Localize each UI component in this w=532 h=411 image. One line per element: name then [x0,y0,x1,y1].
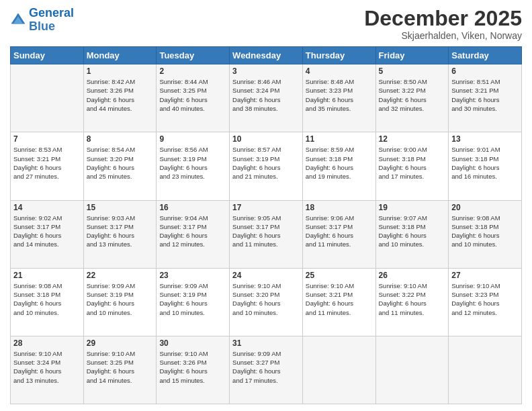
day-number: 1 [87,66,154,76]
day-info: Sunrise: 8:42 AM Sunset: 3:26 PM Dayligh… [87,77,154,113]
day-number: 7 [13,134,81,144]
day-info: Sunrise: 9:10 AM Sunset: 3:26 PM Dayligh… [159,349,226,385]
day-info: Sunrise: 9:04 AM Sunset: 3:17 PM Dayligh… [159,214,226,249]
day-cell: 31Sunrise: 9:09 AM Sunset: 3:27 PM Dayli… [230,336,303,404]
day-info: Sunrise: 8:54 AM Sunset: 3:20 PM Dayligh… [87,145,154,181]
day-info: Sunrise: 8:56 AM Sunset: 3:19 PM Dayligh… [159,145,226,181]
day-number: 22 [87,271,154,280]
day-cell: 29Sunrise: 9:10 AM Sunset: 3:25 PM Dayli… [83,336,157,404]
day-header-tuesday: Tuesday [157,47,230,64]
day-info: Sunrise: 9:01 AM Sunset: 3:18 PM Dayligh… [451,145,519,181]
day-header-friday: Friday [375,47,449,64]
day-cell: 26Sunrise: 9:10 AM Sunset: 3:22 PM Dayli… [375,268,449,336]
logo-icon [10,12,26,28]
day-info: Sunrise: 9:10 AM Sunset: 3:25 PM Dayligh… [87,349,154,385]
day-number: 29 [87,338,154,348]
day-info: Sunrise: 8:50 AM Sunset: 3:22 PM Dayligh… [379,77,446,113]
day-cell: 9Sunrise: 8:56 AM Sunset: 3:19 PM Daylig… [157,132,230,200]
day-info: Sunrise: 9:00 AM Sunset: 3:18 PM Dayligh… [379,145,446,181]
day-info: Sunrise: 9:06 AM Sunset: 3:17 PM Dayligh… [306,214,373,249]
day-number: 4 [306,66,373,76]
day-cell [11,64,84,132]
day-number: 24 [232,271,300,280]
day-header-sunday: Sunday [11,47,84,64]
day-number: 20 [451,203,519,212]
week-row-3: 14Sunrise: 9:02 AM Sunset: 3:17 PM Dayli… [11,200,522,268]
day-number: 10 [232,134,300,144]
calendar-body: 1Sunrise: 8:42 AM Sunset: 3:26 PM Daylig… [11,64,522,404]
day-number: 21 [13,271,81,280]
month-title: December 2025 [364,7,522,30]
day-cell: 27Sunrise: 9:10 AM Sunset: 3:23 PM Dayli… [449,268,522,336]
day-cell: 12Sunrise: 9:00 AM Sunset: 3:18 PM Dayli… [375,132,449,200]
day-cell: 6Sunrise: 8:51 AM Sunset: 3:21 PM Daylig… [449,64,522,132]
day-number: 30 [159,338,226,348]
day-info: Sunrise: 9:09 AM Sunset: 3:19 PM Dayligh… [87,281,154,317]
day-cell: 28Sunrise: 9:10 AM Sunset: 3:24 PM Dayli… [11,336,84,404]
location: Skjaerhalden, Viken, Norway [364,30,522,41]
day-cell: 22Sunrise: 9:09 AM Sunset: 3:19 PM Dayli… [83,268,157,336]
calendar: SundayMondayTuesdayWednesdayThursdayFrid… [10,46,522,404]
day-cell: 2Sunrise: 8:44 AM Sunset: 3:25 PM Daylig… [157,64,230,132]
day-info: Sunrise: 8:57 AM Sunset: 3:19 PM Dayligh… [232,145,300,181]
day-info: Sunrise: 9:08 AM Sunset: 3:18 PM Dayligh… [13,281,81,317]
day-cell: 8Sunrise: 8:54 AM Sunset: 3:20 PM Daylig… [83,132,157,200]
day-cell: 25Sunrise: 9:10 AM Sunset: 3:21 PM Dayli… [302,268,375,336]
day-cell: 19Sunrise: 9:07 AM Sunset: 3:18 PM Dayli… [375,200,449,268]
day-number: 27 [451,271,519,280]
day-info: Sunrise: 9:10 AM Sunset: 3:23 PM Dayligh… [451,281,519,317]
day-number: 14 [13,203,81,212]
day-cell: 30Sunrise: 9:10 AM Sunset: 3:26 PM Dayli… [157,336,230,404]
day-info: Sunrise: 9:10 AM Sunset: 3:21 PM Dayligh… [306,281,373,317]
day-info: Sunrise: 8:44 AM Sunset: 3:25 PM Dayligh… [159,77,226,113]
week-row-2: 7Sunrise: 8:53 AM Sunset: 3:21 PM Daylig… [11,132,522,200]
week-row-5: 28Sunrise: 9:10 AM Sunset: 3:24 PM Dayli… [11,336,522,404]
days-row: SundayMondayTuesdayWednesdayThursdayFrid… [11,47,522,64]
day-info: Sunrise: 9:10 AM Sunset: 3:22 PM Dayligh… [379,281,446,317]
logo-text: General Blue [29,7,74,34]
week-row-4: 21Sunrise: 9:08 AM Sunset: 3:18 PM Dayli… [11,268,522,336]
week-row-1: 1Sunrise: 8:42 AM Sunset: 3:26 PM Daylig… [11,64,522,132]
day-cell [375,336,449,404]
day-number: 8 [87,134,154,144]
day-number: 3 [232,66,300,76]
day-header-wednesday: Wednesday [230,47,303,64]
day-cell: 11Sunrise: 8:59 AM Sunset: 3:18 PM Dayli… [302,132,375,200]
day-cell: 1Sunrise: 8:42 AM Sunset: 3:26 PM Daylig… [83,64,157,132]
day-number: 31 [232,338,300,348]
page-container: General Blue December 2025 Skjaerhalden,… [0,0,532,411]
day-number: 6 [451,66,519,76]
day-info: Sunrise: 9:09 AM Sunset: 3:19 PM Dayligh… [159,281,226,317]
day-info: Sunrise: 8:53 AM Sunset: 3:21 PM Dayligh… [13,145,81,181]
day-cell: 23Sunrise: 9:09 AM Sunset: 3:19 PM Dayli… [157,268,230,336]
day-number: 26 [379,271,446,280]
day-cell: 24Sunrise: 9:10 AM Sunset: 3:20 PM Dayli… [230,268,303,336]
day-info: Sunrise: 9:05 AM Sunset: 3:17 PM Dayligh… [232,214,300,249]
day-info: Sunrise: 8:51 AM Sunset: 3:21 PM Dayligh… [451,77,519,113]
day-cell: 15Sunrise: 9:03 AM Sunset: 3:17 PM Dayli… [83,200,157,268]
day-header-monday: Monday [83,47,157,64]
day-info: Sunrise: 8:48 AM Sunset: 3:23 PM Dayligh… [306,77,373,113]
day-number: 9 [159,134,226,144]
day-number: 25 [306,271,373,280]
day-info: Sunrise: 9:03 AM Sunset: 3:17 PM Dayligh… [87,214,154,249]
day-cell: 17Sunrise: 9:05 AM Sunset: 3:17 PM Dayli… [230,200,303,268]
day-number: 23 [159,271,226,280]
day-cell [302,336,375,404]
day-header-saturday: Saturday [449,47,522,64]
day-number: 16 [159,203,226,212]
day-cell: 20Sunrise: 9:08 AM Sunset: 3:18 PM Dayli… [449,200,522,268]
day-number: 15 [87,203,154,212]
logo-line2: Blue [29,19,55,33]
day-cell: 10Sunrise: 8:57 AM Sunset: 3:19 PM Dayli… [230,132,303,200]
day-cell: 21Sunrise: 9:08 AM Sunset: 3:18 PM Dayli… [11,268,84,336]
header: General Blue December 2025 Skjaerhalden,… [10,7,522,41]
day-cell: 4Sunrise: 8:48 AM Sunset: 3:23 PM Daylig… [302,64,375,132]
day-info: Sunrise: 8:46 AM Sunset: 3:24 PM Dayligh… [232,77,300,113]
day-info: Sunrise: 9:02 AM Sunset: 3:17 PM Dayligh… [13,214,81,249]
day-number: 5 [379,66,446,76]
day-number: 18 [306,203,373,212]
day-cell [449,336,522,404]
day-number: 2 [159,66,226,76]
day-number: 19 [379,203,446,212]
